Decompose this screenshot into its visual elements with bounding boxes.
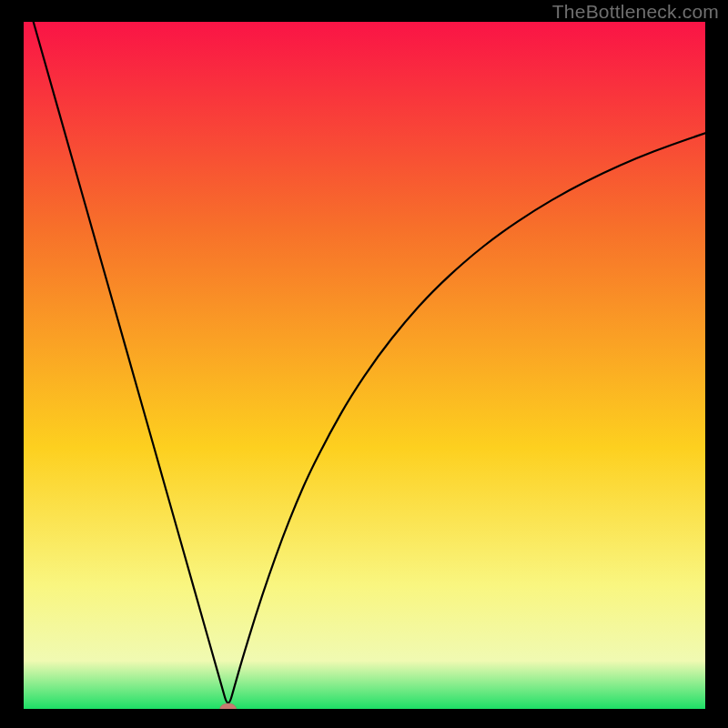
gradient-background bbox=[24, 22, 705, 709]
chart-frame: TheBottleneck.com bbox=[0, 0, 728, 728]
plot-area bbox=[24, 22, 705, 709]
bottleneck-chart bbox=[24, 22, 705, 709]
watermark-text: TheBottleneck.com bbox=[552, 1, 719, 23]
